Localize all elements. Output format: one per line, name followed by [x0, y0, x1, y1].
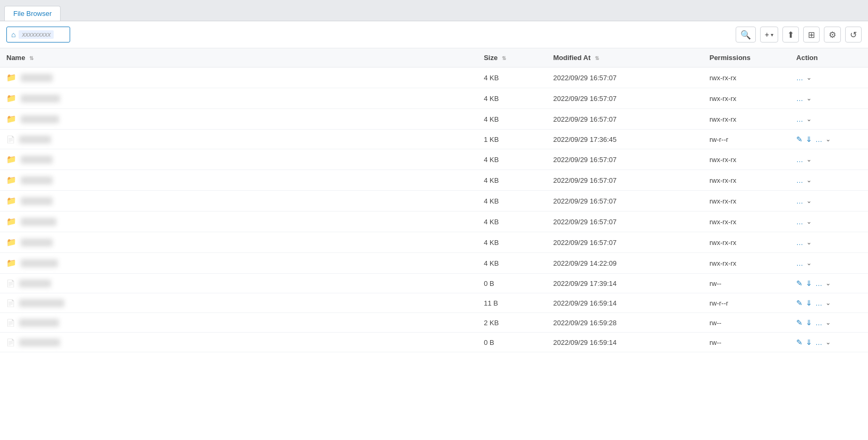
file-icon: 📄: [6, 319, 15, 327]
modified-cell: 2022/09/29 14:22:09: [547, 253, 703, 274]
name-cell[interactable]: 📁application: [0, 253, 477, 274]
more-actions-icon[interactable]: …: [796, 176, 803, 184]
col-size[interactable]: Size ⇅: [477, 48, 547, 67]
edit-icon[interactable]: ✎: [796, 299, 803, 307]
permissions-cell: rw--: [703, 313, 790, 333]
edit-icon[interactable]: ✎: [796, 338, 803, 346]
download-icon[interactable]: ⇓: [806, 299, 812, 307]
more-actions-icon[interactable]: …: [796, 156, 803, 164]
file-icon: 📄: [6, 136, 15, 143]
row-chevron-icon[interactable]: ⌄: [806, 176, 812, 184]
refresh-icon: ↺: [850, 30, 857, 40]
edit-icon[interactable]: ✎: [796, 279, 803, 287]
folder-icon: 📁: [6, 238, 16, 247]
edit-icon[interactable]: ✎: [796, 135, 803, 143]
table-row: 📁Pictures4 KB2022/09/29 16:57:07rwx-rx-r…: [0, 170, 868, 191]
table-row: 📁Templates4 KB2022/09/29 16:57:07rwx-rx-…: [0, 211, 868, 232]
row-chevron-icon[interactable]: ⌄: [825, 319, 831, 326]
more-actions-icon[interactable]: …: [815, 319, 822, 327]
table-row: 📄xxxxxxxx.txt0 B2022/09/29 16:59:14rw--✎…: [0, 333, 868, 352]
more-actions-icon[interactable]: …: [796, 74, 803, 82]
name-cell[interactable]: 📁Desktop: [0, 67, 477, 88]
name-cell[interactable]: 📁Music: [0, 149, 477, 170]
row-chevron-icon[interactable]: ⌄: [825, 280, 831, 287]
size-cell: 4 KB: [477, 170, 547, 191]
more-actions-icon[interactable]: …: [815, 280, 822, 287]
row-chevron-icon[interactable]: ⌄: [806, 115, 812, 123]
row-chevron-icon[interactable]: ⌄: [825, 339, 831, 346]
row-chevron-icon[interactable]: ⌄: [806, 156, 812, 163]
table-row: 📄gruntfile.cfg2 KB2022/09/29 16:59:28rw-…: [0, 313, 868, 333]
more-actions-icon[interactable]: …: [796, 259, 803, 267]
settings-button[interactable]: ⚙: [824, 27, 841, 43]
name-cell[interactable]: 📁Public: [0, 191, 477, 211]
more-actions-icon[interactable]: …: [796, 239, 803, 247]
modified-cell: 2022/09/29 17:39:14: [547, 274, 703, 293]
file-name: fstab.txt: [19, 280, 51, 287]
toolbar: ⌂ xxxxxxxxx 🔍 + ▾ ⬆ ⊞ ⚙ ↺: [0, 21, 868, 48]
more-actions-icon[interactable]: …: [815, 299, 822, 307]
name-cell[interactable]: 📁Templates: [0, 211, 477, 232]
home-icon: ⌂: [11, 30, 15, 39]
edit-icon[interactable]: ✎: [796, 318, 803, 327]
action-cell: ✎⇓…⌄: [790, 274, 868, 293]
download-icon[interactable]: ⇓: [806, 318, 812, 327]
name-sort-icon: ⇅: [29, 55, 33, 61]
name-cell[interactable]: 📄gruntfile.cfg: [0, 313, 477, 333]
permissions-cell: rwx-rx-rx: [703, 191, 790, 211]
row-chevron-icon[interactable]: ⌄: [825, 299, 831, 307]
folder-icon: 📁: [6, 175, 16, 185]
row-chevron-icon[interactable]: ⌄: [806, 197, 812, 205]
size-cell: 11 B: [477, 293, 547, 313]
more-actions-icon[interactable]: …: [796, 115, 803, 123]
modified-cell: 2022/09/29 17:36:45: [547, 130, 703, 149]
name-cell[interactable]: 📁Downloads: [0, 109, 477, 130]
file-name: Music: [21, 156, 53, 164]
row-chevron-icon[interactable]: ⌄: [806, 239, 812, 246]
more-actions-icon[interactable]: …: [796, 197, 803, 205]
download-icon[interactable]: ⇓: [806, 135, 812, 143]
download-icon[interactable]: ⇓: [806, 279, 812, 287]
download-icon[interactable]: ⇓: [806, 338, 812, 346]
plus-icon: +: [765, 30, 769, 39]
gear-icon: ⚙: [829, 30, 836, 40]
row-chevron-icon[interactable]: ⌄: [806, 74, 812, 81]
modified-sort-icon: ⇅: [595, 55, 599, 61]
more-actions-icon[interactable]: …: [796, 218, 803, 226]
table-row: 📁application4 KB2022/09/29 14:22:09rwx-r…: [0, 253, 868, 274]
search-button[interactable]: 🔍: [736, 27, 756, 43]
permissions-cell: rwx-rx-rx: [703, 88, 790, 109]
file-name: xxxxxxxx.txt: [19, 339, 60, 346]
file-browser-tab[interactable]: File Browser: [4, 6, 61, 21]
name-cell[interactable]: 📁Documents: [0, 88, 477, 109]
file-name: HiDpi.ini: [19, 136, 51, 143]
upload-button[interactable]: ⬆: [782, 27, 799, 43]
more-actions-icon[interactable]: …: [796, 95, 803, 103]
row-chevron-icon[interactable]: ⌄: [806, 259, 812, 267]
more-actions-icon[interactable]: …: [815, 136, 822, 143]
modified-cell: 2022/09/29 16:57:07: [547, 191, 703, 211]
row-chevron-icon[interactable]: ⌄: [806, 218, 812, 225]
name-cell[interactable]: 📁Videos: [0, 232, 477, 253]
name-cell[interactable]: 📄fstab.txt: [0, 274, 477, 293]
name-cell[interactable]: 📄HiDpi.ini: [0, 130, 477, 149]
new-button[interactable]: + ▾: [760, 27, 778, 43]
permissions-cell: rwx-rx-rx: [703, 253, 790, 274]
breadcrumb-box[interactable]: ⌂ xxxxxxxxx: [6, 27, 70, 43]
refresh-button[interactable]: ↺: [845, 27, 862, 43]
file-name: Pictures: [21, 176, 53, 184]
action-cell: …⌄: [790, 170, 868, 191]
action-cell: …⌄: [790, 88, 868, 109]
row-chevron-icon[interactable]: ⌄: [825, 136, 831, 143]
name-cell[interactable]: 📄xxxxxxxx.txt: [0, 333, 477, 352]
row-chevron-icon[interactable]: ⌄: [806, 95, 812, 102]
col-name[interactable]: Name ⇅: [0, 48, 477, 67]
col-modified[interactable]: Modified At ⇅: [547, 48, 703, 67]
editor-button[interactable]: ⊞: [803, 27, 820, 43]
more-actions-icon[interactable]: …: [815, 339, 822, 346]
tab-label: File Browser: [13, 10, 52, 18]
name-cell[interactable]: 📁Pictures: [0, 170, 477, 191]
table-row: 📁Videos4 KB2022/09/29 16:57:07rwx-rx-rx……: [0, 232, 868, 253]
name-cell[interactable]: 📄gruntfile.build: [0, 293, 477, 313]
modified-cell: 2022/09/29 16:57:07: [547, 170, 703, 191]
